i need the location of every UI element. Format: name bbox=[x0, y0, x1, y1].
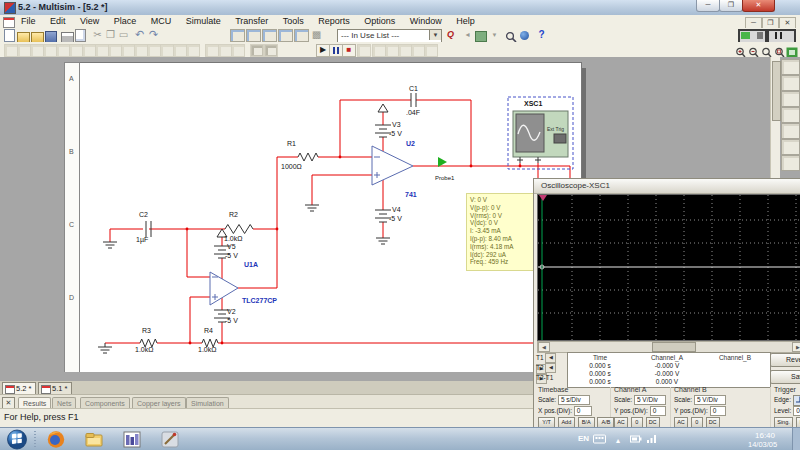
channel-b-ypos-field[interactable]: 0 bbox=[710, 406, 726, 416]
folder-taskbar-icon[interactable] bbox=[84, 430, 108, 449]
menu-reports[interactable]: Reports bbox=[313, 15, 355, 27]
menu-view[interactable]: View bbox=[75, 15, 104, 27]
t1-left-button[interactable]: ◀ bbox=[545, 353, 556, 363]
component-toolbar-icon[interactable] bbox=[147, 44, 161, 57]
zoom-in-icon[interactable] bbox=[735, 44, 747, 55]
battery-icon[interactable] bbox=[630, 434, 642, 450]
component-toolbar-icon[interactable] bbox=[108, 44, 122, 57]
multisim-taskbar-icon[interactable] bbox=[122, 430, 146, 449]
language-indicator[interactable]: EN bbox=[578, 434, 589, 450]
r4-value[interactable]: 1.0kΩ bbox=[198, 346, 216, 353]
u1a-type[interactable]: TLC277CP bbox=[242, 297, 277, 304]
component-toolbar-icon[interactable] bbox=[56, 44, 70, 57]
clock-date[interactable]: 14/03/05 bbox=[748, 440, 777, 450]
v5-value[interactable]: -5 V bbox=[225, 252, 238, 259]
oscilloscope-title-bar[interactable]: Oscilloscope-XSC1 bbox=[534, 179, 800, 194]
new-file-icon[interactable] bbox=[4, 29, 15, 42]
v5-ref[interactable]: V5 bbox=[227, 243, 236, 250]
toggle-instruments-icon[interactable] bbox=[262, 29, 277, 42]
timebase-xpos-field[interactable]: 0 bbox=[574, 406, 592, 416]
database-manager-icon[interactable]: ▩ bbox=[310, 29, 323, 41]
component-toolbar-icon[interactable] bbox=[173, 44, 187, 57]
menu-simulate[interactable]: Simulate bbox=[181, 15, 226, 27]
zoom-fit-icon[interactable] bbox=[774, 44, 786, 55]
cursor-t1-handle[interactable] bbox=[539, 195, 547, 201]
r4-ref[interactable]: R4 bbox=[204, 327, 213, 334]
toggle-graph-view-icon[interactable] bbox=[278, 29, 293, 42]
menu-file[interactable]: File bbox=[16, 15, 41, 27]
undo-icon[interactable]: ↶ bbox=[133, 29, 146, 41]
u2-ref[interactable]: U2 bbox=[406, 140, 415, 147]
menu-tools[interactable]: Tools bbox=[278, 15, 309, 27]
c1-value[interactable]: .04F bbox=[406, 109, 420, 116]
v2-value[interactable]: -5 V bbox=[225, 317, 238, 324]
cut-icon[interactable]: ✂ bbox=[91, 29, 104, 41]
channel-b-scale-field[interactable]: 5 V/Div bbox=[694, 395, 726, 405]
trigger-edge-rising-button[interactable] bbox=[793, 395, 800, 406]
channel-a-scale-field[interactable]: 5 V/Div bbox=[634, 395, 666, 405]
fullscreen-icon[interactable] bbox=[786, 44, 798, 55]
probe1-label[interactable]: Probe1 bbox=[435, 175, 454, 181]
v4-ref[interactable]: V4 bbox=[392, 206, 401, 213]
show-desktop-button[interactable] bbox=[792, 428, 800, 450]
education-web-icon[interactable] bbox=[520, 31, 529, 40]
save-button[interactable]: Save bbox=[770, 370, 800, 384]
component-wizard-icon[interactable]: Q bbox=[447, 29, 460, 41]
v4-value[interactable]: -5 V bbox=[389, 215, 402, 222]
timebase-scale-field[interactable]: 5 s/Div bbox=[558, 395, 590, 405]
r3-value[interactable]: 1.0kΩ bbox=[135, 346, 153, 353]
menu-edit[interactable]: Edit bbox=[45, 15, 71, 27]
component-toolbar-icon[interactable] bbox=[43, 44, 57, 57]
export-dropdown-icon[interactable]: ▼ bbox=[488, 29, 501, 41]
xsc1-ref[interactable]: XSC1 bbox=[524, 100, 542, 107]
v3-value[interactable]: -5 V bbox=[389, 130, 402, 137]
v2-ref[interactable]: V2 bbox=[227, 308, 236, 315]
export-icon[interactable] bbox=[475, 31, 487, 42]
step-over-icon[interactable] bbox=[385, 44, 399, 57]
u2-type[interactable]: 741 bbox=[405, 191, 417, 198]
menu-transfer[interactable]: Transfer bbox=[230, 15, 273, 27]
grid-icon[interactable] bbox=[264, 44, 278, 57]
back-annotate-icon[interactable]: ◂ bbox=[461, 29, 474, 41]
paste-icon[interactable]: ▭ bbox=[117, 29, 130, 41]
component-toolbar-icon[interactable] bbox=[134, 44, 148, 57]
help-icon[interactable]: ? bbox=[535, 29, 548, 41]
r2-value[interactable]: 1.0kΩ bbox=[224, 235, 242, 242]
menu-help[interactable]: Help bbox=[451, 15, 480, 27]
c2-value[interactable]: 1µF bbox=[136, 236, 148, 243]
stop-simulation-button[interactable]: ■ bbox=[342, 44, 356, 57]
toggle-spreadsheet-view-icon[interactable] bbox=[246, 29, 261, 42]
copy-icon[interactable]: ❐ bbox=[104, 29, 117, 41]
menu-place[interactable]: Place bbox=[109, 15, 142, 27]
component-toolbar-icon[interactable] bbox=[160, 44, 174, 57]
menu-mcu[interactable]: MCU bbox=[146, 15, 177, 27]
zoom-area-icon[interactable] bbox=[761, 44, 773, 55]
paint-taskbar-icon[interactable] bbox=[160, 430, 184, 449]
run-to-cursor-icon[interactable] bbox=[411, 44, 425, 57]
breakpoint-icon[interactable] bbox=[424, 44, 438, 57]
menu-window[interactable]: Window bbox=[405, 15, 447, 27]
minimize-button[interactable]: ─ bbox=[696, 0, 720, 12]
u1a-ref[interactable]: U1A bbox=[244, 261, 258, 268]
component-toolbar-icon[interactable] bbox=[82, 44, 96, 57]
run-simulation-button[interactable]: ▶ bbox=[316, 44, 330, 57]
virtual-toolbar-icon[interactable] bbox=[205, 44, 219, 57]
bus-toolbar-icon[interactable] bbox=[231, 44, 245, 57]
oscilloscope-window[interactable]: Oscilloscope-XSC1 ◀ ▶ T1 ◀▶ bbox=[533, 178, 800, 440]
step-out-icon[interactable] bbox=[398, 44, 412, 57]
print-preview-icon[interactable] bbox=[75, 29, 86, 42]
start-button[interactable] bbox=[6, 429, 28, 450]
oscilloscope-screen[interactable] bbox=[537, 194, 800, 341]
zoom-out-icon[interactable] bbox=[748, 44, 760, 55]
in-use-list-dropdown[interactable]: --- In Use List --- ▼ bbox=[337, 29, 442, 43]
redo-icon[interactable]: ↷ bbox=[147, 29, 160, 41]
record-icon[interactable] bbox=[357, 44, 371, 57]
component-toolbar-icon[interactable] bbox=[69, 44, 83, 57]
restore-button[interactable]: ❐ bbox=[719, 0, 743, 12]
v3-ref[interactable]: V3 bbox=[392, 121, 401, 128]
component-toolbar-icon[interactable] bbox=[4, 44, 18, 57]
wire-toolbar-icon[interactable] bbox=[218, 44, 232, 57]
trigger-level-field[interactable]: 0 bbox=[793, 406, 800, 416]
grid-icon[interactable] bbox=[250, 44, 264, 57]
scroll-right-icon[interactable]: ▶ bbox=[792, 342, 800, 352]
